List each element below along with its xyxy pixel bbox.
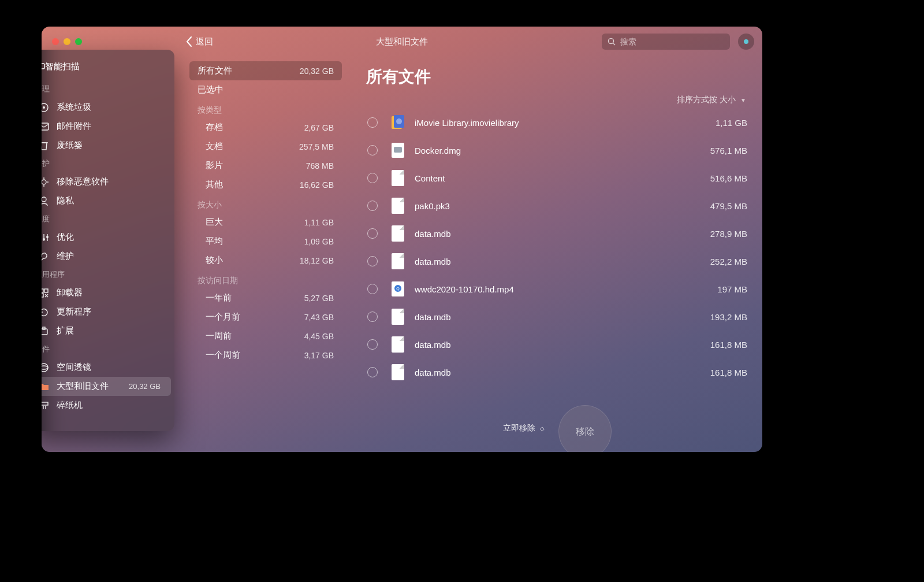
sidebar-item-large-old-files[interactable]: 大型和旧文件20,32 GB	[42, 377, 171, 396]
category-selected[interactable]: 已选中	[189, 80, 342, 99]
mail-attachments-icon	[42, 123, 50, 131]
category-row[interactable]: 影片768 MB	[189, 156, 342, 175]
category-row[interactable]: 存档2,67 GB	[189, 118, 342, 137]
category-row[interactable]: 平均1,09 GB	[189, 232, 342, 251]
file-checkbox[interactable]	[367, 145, 378, 155]
file-checkbox[interactable]	[367, 117, 378, 128]
file-row[interactable]: pak0.pk3479,5 MB	[365, 192, 750, 220]
category-row[interactable]: 文档257,5 MB	[189, 137, 342, 156]
sidebar-item-extensions[interactable]: 扩展	[42, 321, 171, 340]
file-checkbox[interactable]	[367, 339, 378, 350]
file-checkbox[interactable]	[367, 256, 378, 266]
shredder-icon	[42, 401, 50, 410]
category-row[interactable]: 一年前5,27 GB	[189, 288, 342, 307]
category-label: 文档	[198, 141, 223, 152]
category-size: 20,32 GB	[300, 66, 334, 76]
category-group-header: 按访问日期	[189, 270, 342, 288]
account-button[interactable]	[738, 34, 754, 50]
file-row[interactable]: Qwwdc2020-10170.hd.mp4197 MB	[365, 275, 750, 303]
maximize-button[interactable]	[75, 38, 82, 45]
malware-removal-icon	[42, 177, 50, 187]
file-icon: Q	[390, 280, 405, 298]
category-row[interactable]: 一个月前7,43 GB	[189, 307, 342, 327]
category-all-files[interactable]: 所有文件 20,32 GB	[189, 61, 342, 80]
file-checkbox[interactable]	[367, 228, 378, 239]
sidebar-item-system-junk[interactable]: 系统垃圾	[42, 98, 171, 117]
file-size: 516,6 MB	[710, 173, 747, 183]
search-field[interactable]	[602, 34, 730, 50]
close-button[interactable]	[52, 38, 59, 45]
extensions-icon	[42, 326, 50, 336]
file-name: data.mdb	[415, 368, 451, 377]
file-checkbox[interactable]	[367, 173, 378, 183]
sort-prefix: 排序方式按	[677, 95, 717, 104]
remove-button[interactable]: 移除	[558, 405, 612, 452]
sidebar-item-malware-removal[interactable]: 移除恶意软件	[42, 172, 171, 191]
category-row[interactable]: 一个周前3,17 GB	[189, 346, 342, 365]
sidebar-item-label: 碎纸机	[57, 400, 83, 411]
file-icon	[390, 364, 405, 381]
category-row[interactable]: 巨大1,11 GB	[189, 213, 342, 232]
sidebar-item-privacy[interactable]: 隐私	[42, 191, 171, 210]
sidebar-item-trash-bins[interactable]: 废纸篓	[42, 136, 171, 155]
category-size: 768 MB	[306, 161, 334, 170]
sidebar-item-maintenance[interactable]: 维护	[42, 247, 171, 266]
file-checkbox[interactable]	[367, 367, 378, 377]
category-row[interactable]: 较小18,12 GB	[189, 251, 342, 270]
chevron-down-icon: ▼	[740, 97, 746, 103]
sidebar-item-mail-attachments[interactable]: 邮件附件	[42, 117, 171, 136]
updown-icon: ◇	[540, 425, 545, 432]
svg-point-28	[42, 366, 48, 369]
sidebar-item-smart-scan[interactable]: 智能扫描	[42, 58, 174, 76]
category-size: 257,5 MB	[299, 142, 334, 151]
file-row[interactable]: data.mdb193,2 MB	[365, 303, 750, 331]
sidebar-item-uninstaller[interactable]: 卸载器	[42, 283, 171, 302]
file-checkbox[interactable]	[367, 201, 378, 211]
file-checkbox[interactable]	[367, 312, 378, 322]
category-label: 平均	[198, 236, 223, 247]
sidebar-item-space-lens[interactable]: 空间透镜	[42, 358, 171, 377]
app-window: 返回 大型和旧文件 智能扫描 清理系统垃圾邮件附件废纸篓保护移除恶意软件隐私速度…	[42, 27, 762, 452]
file-name: data.mdb	[415, 340, 451, 350]
sidebar-item-optimize[interactable]: 优化	[42, 228, 171, 247]
file-row[interactable]: data.mdb278,9 MB	[365, 220, 750, 247]
file-list: iMovie Library.imovielibrary1,11 GBDocke…	[365, 109, 750, 386]
sidebar-section-header: 文件	[42, 340, 174, 358]
file-size: 479,5 MB	[710, 201, 747, 211]
system-junk-icon	[42, 102, 50, 113]
sidebar-item-label: 卸载器	[57, 287, 83, 298]
immediate-remove-label: 立即移除	[503, 423, 535, 432]
file-name: Docker.dmg	[415, 146, 461, 155]
category-row[interactable]: 一周前4,45 GB	[189, 327, 342, 346]
back-button[interactable]: 返回	[186, 36, 213, 47]
space-lens-icon	[42, 362, 50, 373]
search-input[interactable]	[620, 37, 718, 46]
sidebar-item-label: 大型和旧文件	[57, 381, 109, 392]
file-row[interactable]: Content516,6 MB	[365, 164, 750, 192]
sidebar-item-updater[interactable]: 更新程序	[42, 302, 171, 321]
sort-control[interactable]: 排序方式按 大小 ▼	[365, 95, 750, 105]
svg-rect-21	[44, 289, 48, 292]
category-label: 一个周前	[198, 350, 240, 361]
category-row[interactable]: 其他16,62 GB	[189, 175, 342, 194]
main-title: 所有文件	[366, 66, 750, 88]
footer: 立即移除 ◇ 移除	[365, 408, 750, 448]
privacy-icon	[42, 196, 50, 206]
file-name: iMovie Library.imovielibrary	[415, 118, 519, 128]
sidebar: 智能扫描 清理系统垃圾邮件附件废纸篓保护移除恶意软件隐私速度优化维护应用程序卸载…	[42, 50, 174, 431]
svg-point-0	[609, 39, 614, 44]
minimize-button[interactable]	[64, 38, 70, 45]
file-row[interactable]: data.mdb161,8 MB	[365, 358, 750, 386]
svg-point-27	[42, 364, 48, 372]
svg-point-8	[42, 180, 46, 184]
file-row[interactable]: data.mdb252,2 MB	[365, 247, 750, 275]
file-row[interactable]: iMovie Library.imovielibrary1,11 GB	[365, 109, 750, 136]
svg-point-19	[46, 236, 49, 238]
category-label: 其他	[198, 179, 223, 190]
sidebar-item-shredder[interactable]: 碎纸机	[42, 396, 171, 415]
file-name: data.mdb	[415, 229, 451, 239]
immediate-remove-dropdown[interactable]: 立即移除 ◇	[503, 423, 545, 433]
file-row[interactable]: Docker.dmg576,1 MB	[365, 136, 750, 164]
file-row[interactable]: data.mdb161,8 MB	[365, 331, 750, 358]
file-checkbox[interactable]	[367, 284, 378, 294]
